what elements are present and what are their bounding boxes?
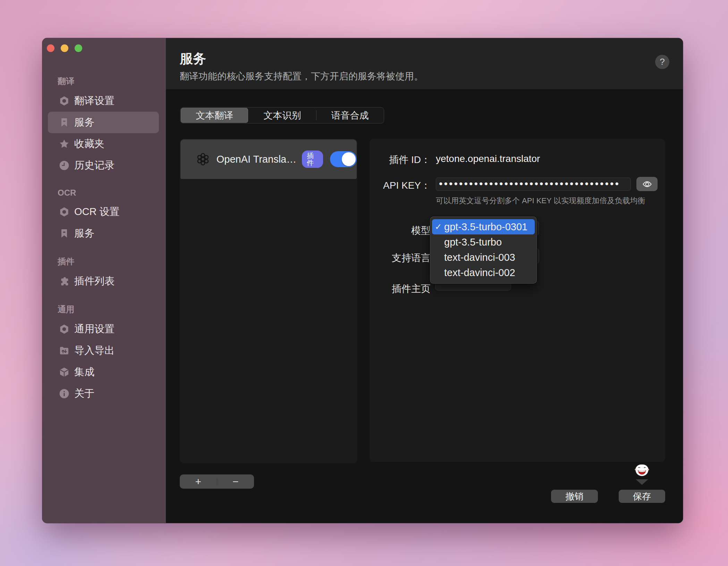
gear-icon — [58, 323, 70, 335]
homepage-label: 插件主页 — [370, 282, 431, 295]
star-icon — [58, 138, 70, 150]
save-button[interactable]: 保存 — [619, 490, 665, 503]
sidebar-item-label: 服务 — [74, 115, 94, 129]
help-button[interactable]: ? — [655, 55, 669, 69]
sidebar-section-translate: 翻译 翻译设置 服务 收藏夹 历史记录 — [42, 76, 166, 176]
eye-icon — [642, 179, 652, 189]
sidebar-item-label: 关于 — [74, 387, 94, 401]
gear-icon — [58, 206, 70, 218]
toggle-knob — [342, 152, 356, 166]
sidebar-item-favorites[interactable]: 收藏夹 — [48, 133, 159, 155]
sidebar-item-label: OCR 设置 — [74, 205, 120, 219]
main-content: 服务 翻译功能的核心服务支持配置，下方开启的服务将被使用。 ? 文本翻译 文本识… — [166, 38, 683, 523]
checkmark-icon: ✓ — [435, 222, 442, 232]
sidebar-item-about[interactable]: 关于 — [48, 383, 159, 404]
page-title: 服务 — [180, 50, 206, 68]
api-key-hint: 可以用英文逗号分割多个 API KEY 以实现额度加倍及负载均衡 — [436, 196, 645, 206]
sidebar-item-general-settings[interactable]: 通用设置 — [48, 318, 159, 340]
page-header: 服务 翻译功能的核心服务支持配置，下方开启的服务将被使用。 ? — [166, 38, 683, 89]
tab-text-translate[interactable]: 文本翻译 — [181, 108, 248, 123]
puzzle-icon — [58, 275, 70, 287]
plugin-badge: 插件 — [302, 151, 323, 168]
service-name: OpenAI Transla… — [217, 154, 297, 165]
sidebar-section-plugins: 插件 插件列表 — [42, 256, 166, 292]
info-icon — [58, 388, 70, 400]
sidebar-item-import-export[interactable]: 导入导出 — [48, 340, 159, 361]
service-list-item-openai[interactable]: OpenAI Transla… 插件 — [180, 139, 357, 179]
dropdown-option-label: text-davinci-002 — [444, 267, 515, 278]
service-list-panel: OpenAI Transla… 插件 — [180, 139, 357, 463]
sidebar-item-label: 服务 — [74, 226, 94, 240]
sidebar-item-label: 导入导出 — [74, 344, 115, 358]
bookmark-icon — [58, 117, 70, 128]
tab-text-recognize[interactable]: 文本识别 — [248, 108, 316, 123]
dropdown-option-label: text-davinci-003 — [444, 252, 515, 263]
add-service-button[interactable]: + — [180, 474, 217, 489]
dropdown-option[interactable]: text-davinci-002 — [432, 265, 535, 280]
clock-icon — [58, 160, 70, 171]
dropdown-option-label: gpt-3.5-turbo-0301 — [444, 221, 527, 233]
bookmark-icon — [58, 228, 70, 239]
openai-logo-icon — [196, 151, 210, 167]
sidebar-item-label: 历史记录 — [74, 158, 115, 172]
close-window-button[interactable] — [47, 44, 54, 52]
sidebar-item-label: 通用设置 — [74, 322, 115, 336]
api-key-input[interactable]: •••••••••••••••••••••••••••••••••••• — [436, 178, 631, 191]
gear-icon — [58, 95, 70, 107]
page-subtitle: 翻译功能的核心服务支持配置，下方开启的服务将被使用。 — [180, 70, 423, 83]
service-config-panel: 插件 ID： yetone.openai.translator API KEY：… — [370, 139, 665, 462]
list-add-remove-control: + − — [180, 474, 254, 489]
api-key-label: API KEY： — [370, 179, 431, 192]
chevron-down-icon — [636, 479, 648, 485]
app-window: 翻译 翻译设置 服务 收藏夹 历史记录 O — [42, 38, 683, 523]
sidebar-item-services[interactable]: 服务 — [48, 112, 159, 133]
cube-icon — [58, 366, 70, 378]
sidebar-item-history[interactable]: 历史记录 — [48, 155, 159, 176]
sidebar-item-label: 收藏夹 — [74, 137, 104, 151]
traffic-lights — [47, 44, 82, 52]
model-label: 模型 — [370, 224, 431, 237]
sidebar-item-label: 插件列表 — [74, 274, 115, 288]
service-enabled-toggle[interactable] — [330, 151, 357, 167]
dropdown-option[interactable]: gpt-3.5-turbo — [432, 234, 535, 250]
tab-speech-synthesis[interactable]: 语音合成 — [316, 108, 384, 123]
import-export-icon — [58, 345, 70, 357]
sidebar-item-integration[interactable]: 集成 — [48, 361, 159, 383]
sidebar-item-ocr-settings[interactable]: OCR 设置 — [48, 201, 159, 223]
sidebar-nav: 翻译 翻译设置 服务 收藏夹 历史记录 O — [42, 38, 166, 404]
sidebar-section-ocr: OCR OCR 设置 服务 — [42, 188, 166, 244]
undo-button[interactable]: 撤销 — [551, 490, 598, 503]
sidebar-item-label: 翻译设置 — [74, 94, 115, 108]
section-title: 翻译 — [42, 76, 166, 90]
zoom-window-button[interactable] — [75, 44, 82, 52]
dropdown-option-label: gpt-3.5-turbo — [444, 237, 502, 248]
joker-avatar[interactable] — [634, 461, 650, 477]
languages-label: 支持语言 — [370, 251, 431, 265]
sidebar-item-ocr-services[interactable]: 服务 — [48, 223, 159, 244]
model-dropdown-menu: ✓ gpt-3.5-turbo-0301 gpt-3.5-turbo text-… — [430, 216, 537, 284]
plugin-id-value: yetone.openai.translator — [436, 153, 540, 164]
sidebar-item-label: 集成 — [74, 365, 94, 379]
sidebar: 翻译 翻译设置 服务 收藏夹 历史记录 O — [42, 38, 166, 523]
section-title: 通用 — [42, 304, 166, 318]
segmented-tabs: 文本翻译 文本识别 语音合成 — [180, 107, 384, 123]
sidebar-item-plugin-list[interactable]: 插件列表 — [48, 271, 159, 292]
remove-service-button[interactable]: − — [217, 474, 254, 489]
sidebar-item-translate-settings[interactable]: 翻译设置 — [48, 90, 159, 112]
reveal-api-key-button[interactable] — [636, 177, 658, 191]
minimize-window-button[interactable] — [61, 44, 68, 52]
section-title: OCR — [42, 188, 166, 201]
dropdown-option-selected[interactable]: ✓ gpt-3.5-turbo-0301 — [432, 219, 535, 234]
section-title: 插件 — [42, 256, 166, 271]
dropdown-option[interactable]: text-davinci-003 — [432, 250, 535, 265]
sidebar-section-general: 通用 通用设置 导入导出 集成 关于 — [42, 304, 166, 404]
plugin-id-label: 插件 ID： — [370, 153, 431, 166]
